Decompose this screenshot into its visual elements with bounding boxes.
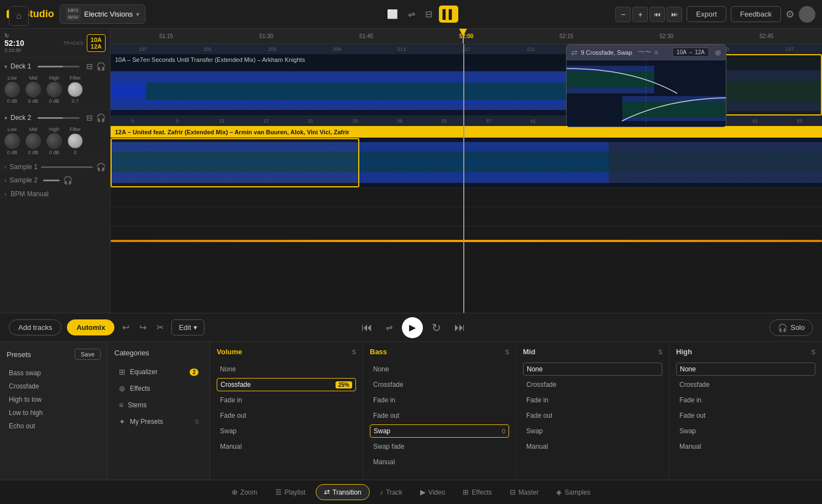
high-none[interactable]: None [676, 363, 815, 376]
preset-echo-out[interactable]: Echo out [7, 419, 101, 433]
deck1-mid-knob[interactable] [25, 82, 41, 97]
popup-zoom-icon[interactable]: ⊕ [715, 48, 721, 57]
high-fade-in[interactable]: Fade in [676, 393, 815, 407]
preset-crossfade[interactable]: Crossfade [7, 380, 101, 393]
nav-effects[interactable]: ⊞ Effects [455, 485, 499, 500]
popup-list-icon[interactable]: ≡ [655, 49, 658, 56]
volume-fade-out[interactable]: Fade out [217, 409, 356, 422]
avatar[interactable] [799, 6, 815, 23]
deck2-mid-knob[interactable] [25, 133, 41, 149]
high-fade-out[interactable]: Fade out [676, 409, 815, 422]
edit-button[interactable]: Edit ▾ [171, 319, 204, 335]
nav-track[interactable]: ♪ Track [372, 485, 410, 500]
skip-back-btn[interactable]: ⏮ [650, 7, 665, 22]
nav-video[interactable]: ▶ Video [412, 485, 453, 500]
volume-manual[interactable]: Manual [217, 440, 356, 453]
preset-low-to-high[interactable]: Low to high [7, 406, 101, 419]
deck1-num-4: 213 [369, 44, 434, 54]
sample2-label[interactable]: Sample 2 [9, 176, 38, 184]
shuffle-btn[interactable]: ⇌ [381, 321, 397, 335]
add-tracks-button[interactable]: Add tracks [9, 319, 61, 335]
bass-swap[interactable]: Swap 0 [370, 424, 509, 438]
deck2-header[interactable]: ▾ Deck 2 ⊟ 🎧 [4, 113, 106, 122]
deck1-track-label: 10A – Se7en Seconds Until Transfer (Exte… [115, 56, 305, 63]
waveform-list-icon-btn[interactable]: ⊟ [422, 6, 436, 23]
skip-forward-btn[interactable]: ⏭ [667, 7, 682, 22]
volume-swap[interactable]: Swap [217, 424, 356, 438]
scissors-button[interactable]: ✂ [154, 320, 166, 335]
nav-playlist[interactable]: ☰ Playlist [268, 485, 313, 500]
volume-fade-in[interactable]: Fade in [217, 393, 356, 407]
bass-manual[interactable]: Manual [370, 455, 509, 469]
volume-s[interactable]: S [352, 349, 356, 355]
nav-transition[interactable]: ⇄ Transition [316, 484, 370, 500]
save-preset-button[interactable]: Save [75, 349, 101, 360]
mid-swap[interactable]: Swap [523, 424, 662, 438]
volume-none[interactable]: None [217, 363, 356, 376]
transition-popup[interactable]: ⇄ 9 Crossfade, Swap 〜〜 ≡ 10A → 12A ⊕ [566, 44, 726, 127]
undo-button[interactable]: ↩ [120, 320, 132, 335]
automix-button[interactable]: Automix [67, 319, 114, 335]
high-swap[interactable]: Swap [676, 424, 815, 438]
deck1-low-knob[interactable] [4, 82, 20, 97]
project-selector[interactable]: MP3 WAV Electric Visions ▾ [60, 4, 145, 24]
deck1-high-knob[interactable] [46, 82, 62, 97]
deck2-high-knob[interactable] [46, 133, 62, 149]
bpm-row: › BPM Manual [0, 187, 110, 201]
high-crossfade[interactable]: Crossfade [676, 378, 815, 391]
effects-icon: ⊛ [119, 384, 125, 393]
deck2-filter-knob[interactable] [67, 133, 83, 149]
volume-crossfade[interactable]: Crossfade 25% [217, 378, 356, 391]
bass-s[interactable]: S [505, 349, 509, 355]
mid-manual[interactable]: Manual [523, 440, 662, 453]
export-button[interactable]: Export [687, 6, 726, 22]
skip-to-end-btn[interactable]: ⏭ [450, 319, 470, 336]
high-manual[interactable]: Manual [676, 440, 815, 453]
category-effects[interactable]: ⊛ Effects [114, 380, 203, 397]
mid-none[interactable]: None [523, 363, 662, 376]
skip-to-start-btn[interactable]: ⏮ [357, 319, 377, 336]
bass-fade-in[interactable]: Fade in [370, 393, 509, 407]
volume-title: Volume [217, 348, 242, 356]
mid-fade-in[interactable]: Fade in [523, 393, 662, 407]
mid-s[interactable]: S [658, 349, 662, 355]
deck1-header[interactable]: ▾ Deck 1 ⊟ 🎧 [4, 62, 106, 71]
settings-icon-btn[interactable]: ⚙ [786, 8, 794, 20]
category-my-presets[interactable]: ✦ My Presets 0 [114, 413, 203, 430]
popup-wave-icon[interactable]: 〜〜 [638, 48, 651, 57]
home-icon-btn[interactable]: ⌂ [9, 6, 29, 26]
ruler-mark-5: 52:30 [616, 33, 716, 39]
ruler-mark-0: 51:15 [116, 33, 216, 39]
redo-button[interactable]: ↪ [137, 320, 149, 335]
clip-icon-btn[interactable]: ⬜ [384, 6, 401, 23]
zoom-in-btn[interactable]: + [632, 7, 648, 22]
sample1-slider[interactable] [41, 166, 93, 168]
bass-none[interactable]: None [370, 363, 509, 376]
bass-crossfade[interactable]: Crossfade [370, 378, 509, 391]
mid-crossfade[interactable]: Crossfade [523, 378, 662, 391]
category-stems[interactable]: ≡ Stems [114, 397, 203, 413]
waveform-icon-btn[interactable]: ▌▌ [439, 6, 458, 23]
high-s[interactable]: S [811, 349, 815, 355]
zoom-out-btn[interactable]: − [615, 7, 631, 22]
deck1-filter-knob[interactable] [67, 82, 83, 97]
nav-samples[interactable]: ◈ Samples [548, 485, 598, 500]
mid-fade-out[interactable]: Fade out [523, 409, 662, 422]
play-pause-btn[interactable]: ▶ [402, 317, 423, 338]
nav-master[interactable]: ⊟ Master [502, 485, 547, 500]
nav-zoom[interactable]: ⊕ Zoom [224, 485, 265, 500]
preset-high-to-low[interactable]: High to low [7, 393, 101, 406]
loop-btn[interactable]: ↻ [427, 319, 446, 337]
bpm-label[interactable]: BPM Manual [11, 190, 49, 198]
bass-swap-fade[interactable]: Swap fade [370, 440, 509, 453]
preset-bass-swap[interactable]: Bass swap [7, 366, 101, 380]
key-badge: 10A 12A [87, 34, 106, 52]
deck2-low-knob[interactable] [4, 133, 20, 149]
category-equalizer[interactable]: ⊞ Equalizer 2 [114, 364, 203, 380]
sample2-slider[interactable] [43, 180, 60, 181]
solo-button[interactable]: 🎧 Solo [769, 319, 813, 336]
bass-fade-out[interactable]: Fade out [370, 409, 509, 422]
sample1-label[interactable]: Sample 1 [9, 163, 38, 171]
filter-icon-btn[interactable]: ⇌ [405, 6, 418, 23]
feedback-button[interactable]: Feedback [731, 6, 781, 22]
